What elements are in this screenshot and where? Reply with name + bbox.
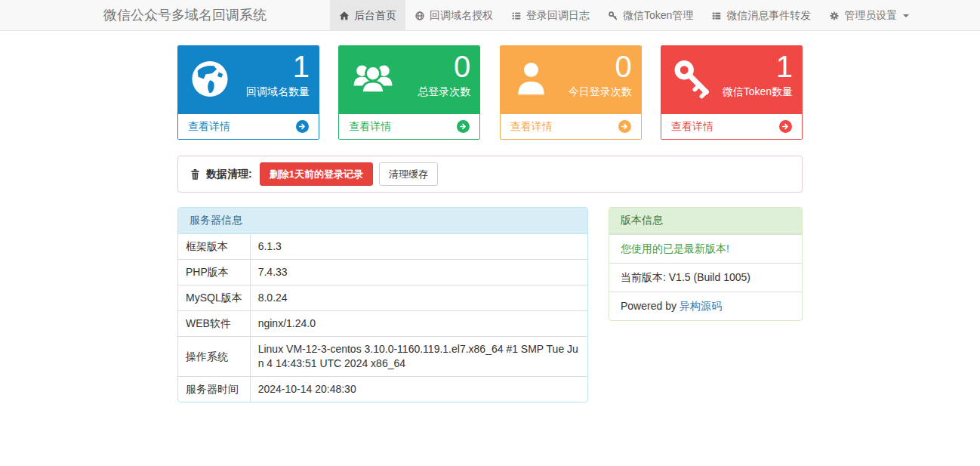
arrow-circle-right-icon <box>457 120 470 133</box>
stat-card-today-logins: 0 今日登录次数 查看详情 <box>500 45 642 140</box>
view-details-label: 查看详情 <box>671 120 713 134</box>
server-info-title: 服务器信息 <box>178 208 587 234</box>
stat-value: 0 <box>569 50 632 83</box>
nav-menu: 后台首页 回调域名授权 登录回调日志 微信Token管理 微信消息事件转发 管理… <box>330 0 918 31</box>
view-details-link[interactable]: 查看详情 <box>501 114 641 139</box>
nav-item-label: 管理员设置 <box>844 9 897 23</box>
stat-label: 总登录次数 <box>418 85 470 99</box>
nav-item-label: 微信消息事件转发 <box>726 9 811 23</box>
stat-card-body: 1 微信Token数量 <box>661 46 802 114</box>
view-details-label: 查看详情 <box>349 120 391 134</box>
latest-version-status: 您使用的已是最新版本! <box>609 234 802 263</box>
brand-title[interactable]: 微信公众号多域名回调系统 <box>103 0 267 30</box>
stat-label: 回调域名数量 <box>246 85 310 99</box>
stat-card-token-count: 1 微信Token数量 查看详情 <box>661 45 803 140</box>
view-details-link[interactable]: 查看详情 <box>661 114 802 139</box>
view-details-link[interactable]: 查看详情 <box>178 114 319 139</box>
row-value: Linux VM-12-3-centos 3.10.0-1160.119.1.e… <box>251 336 587 376</box>
row-value: 2024-10-14 20:48:30 <box>251 376 587 402</box>
stat-card-total-logins: 0 总登录次数 查看详情 <box>338 45 480 140</box>
gear-icon <box>829 11 840 21</box>
stat-card-meta: 1 回调域名数量 <box>246 50 310 99</box>
version-info-panel: 版本信息 您使用的已是最新版本! 当前版本: V1.5 (Build 1005)… <box>609 207 803 321</box>
nav-item-label: 回调域名授权 <box>430 9 493 23</box>
server-info-panel: 服务器信息 框架版本 6.1.3 PHP版本 7.4.33 MySQL版本 8.… <box>177 207 588 403</box>
nav-item-label: 后台首页 <box>354 9 396 23</box>
key-icon <box>671 57 715 103</box>
stat-card-callback-domains: 1 回调域名数量 查看详情 <box>177 45 319 140</box>
table-row: 操作系统 Linux VM-12-3-centos 3.10.0-1160.11… <box>178 336 587 376</box>
top-navbar: 微信公众号多域名回调系统 后台首页 回调域名授权 登录回调日志 微信Token管… <box>0 0 980 31</box>
table-row: 服务器时间 2024-10-14 20:48:30 <box>178 376 587 402</box>
clear-cache-button[interactable]: 清理缓存 <box>379 162 438 186</box>
powered-by-row: Powered by异构源码 <box>609 292 802 320</box>
delete-old-logins-button[interactable]: 删除1天前的登录记录 <box>260 162 373 186</box>
chevron-down-icon <box>903 14 909 17</box>
stat-label: 今日登录次数 <box>569 85 632 99</box>
arrow-circle-right-icon <box>296 120 309 133</box>
nav-item-label: 微信Token管理 <box>623 9 693 23</box>
stat-card-meta: 1 微信Token数量 <box>723 50 793 99</box>
row-label: WEB软件 <box>178 310 251 336</box>
stat-card-meta: 0 总登录次数 <box>418 50 470 99</box>
row-label: 操作系统 <box>178 336 251 376</box>
row-label: 服务器时间 <box>178 376 251 402</box>
bottom-panels-row: 服务器信息 框架版本 6.1.3 PHP版本 7.4.33 MySQL版本 8.… <box>177 207 803 425</box>
row-label: 框架版本 <box>178 234 251 259</box>
nav-item-token-manage[interactable]: 微信Token管理 <box>599 0 702 31</box>
th-list-icon <box>711 11 722 21</box>
stat-card-body: 0 总登录次数 <box>339 46 479 114</box>
globe-icon <box>414 11 425 21</box>
stat-cards-row: 1 回调域名数量 查看详情 0 总登录次数 <box>177 45 803 140</box>
table-row: PHP版本 7.4.33 <box>178 259 587 285</box>
row-value: 6.1.3 <box>251 234 587 259</box>
nav-item-login-log[interactable]: 登录回调日志 <box>502 0 599 31</box>
table-row: 框架版本 6.1.3 <box>178 234 587 259</box>
data-cleanup-panel: 数据清理: 删除1天前的登录记录 清理缓存 <box>177 156 803 193</box>
row-label: MySQL版本 <box>178 285 251 310</box>
row-label: PHP版本 <box>178 259 251 285</box>
trash-icon <box>190 168 201 181</box>
nav-item-label: 登录回调日志 <box>526 9 590 23</box>
table-row: WEB软件 nginx/1.24.0 <box>178 310 587 336</box>
stat-value: 1 <box>723 50 793 83</box>
nav-item-home[interactable]: 后台首页 <box>330 0 405 31</box>
server-info-table: 框架版本 6.1.3 PHP版本 7.4.33 MySQL版本 8.0.24 W… <box>178 234 587 402</box>
stat-value: 0 <box>418 50 470 83</box>
view-details-label: 查看详情 <box>188 120 230 134</box>
arrow-circle-right-icon <box>618 120 631 133</box>
row-value: nginx/1.24.0 <box>251 310 587 336</box>
powered-by-link[interactable]: 异构源码 <box>680 300 722 312</box>
globe-icon <box>188 57 232 103</box>
cleanup-label: 数据清理: <box>206 168 252 181</box>
stat-card-body: 0 今日登录次数 <box>501 46 641 114</box>
stat-value: 1 <box>246 50 310 83</box>
current-version: 当前版本: V1.5 (Build 1005) <box>609 263 802 292</box>
stat-card-body: 1 回调域名数量 <box>178 46 319 114</box>
nav-item-message-forward[interactable]: 微信消息事件转发 <box>702 0 820 31</box>
row-value: 8.0.24 <box>251 285 587 310</box>
view-details-label: 查看详情 <box>510 120 553 134</box>
row-value: 7.4.33 <box>251 259 587 285</box>
home-icon <box>339 11 350 21</box>
key-icon <box>608 11 618 21</box>
nav-item-admin-settings[interactable]: 管理员设置 <box>820 0 918 31</box>
view-details-link[interactable]: 查看详情 <box>339 114 479 139</box>
nav-item-domain-auth[interactable]: 回调域名授权 <box>405 0 502 31</box>
user-icon <box>510 57 552 103</box>
list-icon <box>511 11 522 21</box>
stat-label: 微信Token数量 <box>723 85 793 99</box>
users-icon <box>349 57 397 103</box>
version-info-title: 版本信息 <box>609 208 802 234</box>
arrow-circle-right-icon <box>779 120 792 133</box>
stat-card-meta: 0 今日登录次数 <box>569 50 632 99</box>
table-row: MySQL版本 8.0.24 <box>178 285 587 310</box>
powered-by-label: Powered by <box>621 300 676 312</box>
